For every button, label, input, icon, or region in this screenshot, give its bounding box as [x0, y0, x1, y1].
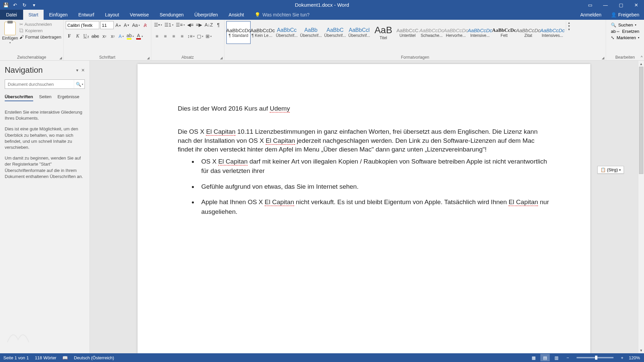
align-left-button[interactable]: ≡ [153, 33, 161, 40]
style-item[interactable]: AaBbCcDc¶ Kein Lee... [251, 21, 275, 44]
style-item[interactable]: AaBbCcDcIntensives... [540, 21, 565, 44]
underline-button[interactable]: U [83, 33, 90, 40]
zoom-out[interactable]: − [563, 354, 573, 361]
font-size-input[interactable] [100, 21, 114, 29]
zoom-handle[interactable] [595, 356, 597, 360]
scroll-track[interactable] [638, 67, 644, 347]
strikethrough-button[interactable]: abc [91, 33, 100, 40]
bold-button[interactable]: F [66, 33, 73, 40]
styles-scroll-up[interactable]: ▲ [566, 21, 572, 24]
tab-file[interactable]: Datei [0, 10, 23, 20]
page-status[interactable]: Seite 1 von 1 [3, 355, 29, 360]
nav-tab-headings[interactable]: Überschriften [5, 94, 33, 101]
undo-button[interactable]: ↶ [11, 1, 19, 9]
style-item[interactable]: AaBbCcDc¶ Standard [226, 21, 251, 44]
superscript-button[interactable]: x2 [109, 33, 116, 40]
nav-tab-results[interactable]: Ergebnisse [57, 94, 79, 101]
style-item[interactable]: AaBbCcÜberschrif... [275, 21, 299, 44]
page[interactable]: Dies ist der Word 2016 Kurs auf Udemy Di… [138, 64, 590, 353]
style-item[interactable]: AaBbCcDcZitat [516, 21, 540, 44]
close-button[interactable]: ✕ [629, 0, 644, 10]
change-case-button[interactable]: Aa [131, 21, 141, 29]
grow-font-button[interactable]: A▲ [115, 21, 122, 29]
signin-link[interactable]: Anmelden [579, 10, 603, 20]
subscript-button[interactable]: x2 [101, 33, 108, 40]
collapse-ribbon-button[interactable]: ^ [641, 55, 643, 60]
scroll-down[interactable]: ▼ [638, 347, 644, 353]
justify-button[interactable]: ≡ [178, 33, 186, 40]
clear-formatting-button[interactable]: A̷ [142, 21, 149, 29]
show-marks-button[interactable]: ¶ [215, 21, 222, 28]
align-center-button[interactable]: ≡ [162, 33, 169, 40]
style-item[interactable]: AaBbCcDcSchwache... [420, 21, 444, 44]
view-print-layout[interactable]: ▤ [540, 354, 550, 361]
decrease-indent-button[interactable]: ◀≡ [186, 21, 194, 28]
paste-button[interactable]: Einfügen ▾ [2, 21, 18, 44]
navigation-search-input[interactable] [5, 80, 74, 88]
style-item[interactable]: AaBbCcDcFett [492, 21, 516, 44]
minimize-button[interactable]: — [598, 0, 613, 10]
list-item[interactable]: OS X El Capitan darf mit keiner Art von … [198, 157, 550, 176]
style-item[interactable]: AaBbCcDcIntensive... [468, 21, 492, 44]
redo-button[interactable]: ↻ [21, 1, 28, 9]
tab-review[interactable]: Überprüfen [189, 10, 223, 20]
zoom-level[interactable]: 120% [629, 355, 640, 360]
zoom-in[interactable]: + [618, 354, 627, 361]
restore-button[interactable]: ▢ [613, 0, 629, 10]
format-painter-button[interactable]: 🖌Format übertragen [19, 35, 61, 40]
ribbon-display-options[interactable]: ▭ [582, 0, 598, 10]
replace-button[interactable]: ab↔Ersetzen [611, 29, 639, 34]
tab-insert[interactable]: Einfügen [44, 10, 73, 20]
tab-mailings[interactable]: Sendungen [154, 10, 189, 20]
font-name-input[interactable] [66, 21, 99, 29]
qat-customize[interactable]: ▾ [30, 1, 38, 9]
highlight-button[interactable]: ab [126, 33, 135, 40]
sort-button[interactable]: A↓Z [204, 21, 214, 28]
clipboard-launcher[interactable]: ◢ [59, 56, 62, 60]
paragraph-launcher[interactable]: ◢ [220, 56, 223, 60]
numbering-button[interactable]: ☰1 [164, 21, 174, 28]
tab-layout[interactable]: Layout [100, 10, 124, 20]
multilevel-list-button[interactable]: ☰≡ [175, 21, 185, 28]
shading-button[interactable]: ▢ [196, 33, 204, 40]
style-item[interactable]: AaBbCcCUntertitel [395, 21, 420, 44]
font-color-button[interactable]: A [136, 33, 144, 40]
style-item[interactable]: AaBTitel [371, 21, 395, 44]
style-item[interactable]: AaBbÜberschrif... [299, 21, 323, 44]
view-read-mode[interactable]: ▦ [529, 354, 538, 361]
save-button[interactable]: 💾 [2, 1, 9, 9]
zoom-slider[interactable] [577, 357, 613, 358]
styles-scroll-down[interactable]: ▼ [566, 24, 572, 28]
scroll-up[interactable]: ▲ [638, 61, 644, 67]
font-launcher[interactable]: ◢ [147, 56, 150, 60]
spellcheck-underline[interactable]: Udemy [270, 105, 290, 113]
language-status[interactable]: Deutsch (Österreich) [74, 355, 114, 360]
list-item[interactable]: Apple hat Ihnen OS X El Capitan nicht ve… [198, 197, 550, 217]
style-item[interactable]: AaBbCÜberschrif... [323, 21, 347, 44]
tab-references[interactable]: Verweise [124, 10, 154, 20]
italic-button[interactable]: K [74, 33, 82, 40]
tab-start[interactable]: Start [23, 10, 44, 20]
text-effects-button[interactable]: A [117, 33, 125, 40]
style-item[interactable]: AaBbCcDcHervorhe... [444, 21, 468, 44]
tab-view[interactable]: Ansicht [223, 10, 250, 20]
navigation-close[interactable]: ✕ [81, 68, 85, 73]
paste-options-tag[interactable]: 📋 (Strg) ▾ [597, 166, 624, 174]
tab-design[interactable]: Entwurf [73, 10, 100, 20]
view-web-layout[interactable]: ▥ [552, 354, 561, 361]
navigation-dropdown[interactable]: ▾ [76, 68, 78, 73]
nav-tab-pages[interactable]: Seiten [39, 94, 52, 101]
spellcheck-status[interactable]: 📖 [62, 355, 68, 360]
navigation-search-button[interactable]: 🔍▾ [74, 80, 85, 88]
line-spacing-button[interactable]: ↕≡ [187, 33, 195, 40]
list-item[interactable]: Gefühle aufgrund von etwas, das Sie im I… [198, 182, 550, 192]
scroll-thumb[interactable] [639, 67, 643, 174]
increase-indent-button[interactable]: ≡▶ [195, 21, 203, 28]
bullets-button[interactable]: ☰• [153, 21, 163, 28]
bullet-list[interactable]: OS X El Capitan darf mit keiner Art von … [178, 157, 550, 217]
align-right-button[interactable]: ≡ [170, 33, 177, 40]
word-count[interactable]: 118 Wörter [35, 355, 56, 360]
document-area[interactable]: Dies ist der Word 2016 Kurs auf Udemy Di… [90, 61, 638, 353]
styles-launcher[interactable]: ◢ [602, 56, 604, 60]
borders-button[interactable]: ⊞ [205, 33, 212, 40]
